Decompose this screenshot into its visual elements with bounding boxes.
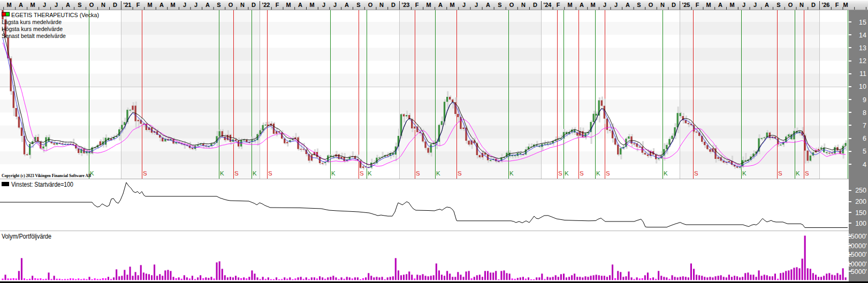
svg-text:13: 13	[859, 44, 866, 52]
svg-text:A: A	[205, 2, 210, 8]
svg-text:K: K	[220, 170, 224, 177]
svg-text:A: A	[298, 2, 302, 8]
svg-text:J: J	[183, 2, 186, 8]
svg-text:F: F	[835, 2, 839, 8]
svg-text:O: O	[368, 2, 373, 8]
svg-text:S: S	[458, 170, 462, 177]
svg-text:8: 8	[863, 109, 866, 117]
svg-text:150: 150	[855, 209, 866, 217]
svg-text:S: S	[776, 2, 780, 8]
svg-text:K: K	[368, 170, 372, 177]
svg-text:S: S	[498, 2, 501, 8]
svg-text:Högsta kurs medelvärde: Högsta kurs medelvärde	[2, 26, 63, 32]
svg-text:EGETIS THERAPEUTICS (Vecka): EGETIS THERAPEUTICS (Vecka)	[11, 12, 99, 18]
svg-text:25000': 25000'	[847, 233, 867, 240]
svg-text:M: M	[147, 2, 152, 8]
svg-text:'26: '26	[822, 2, 830, 8]
svg-text:M: M	[450, 2, 454, 8]
svg-text:Vinstest: Startvärde=100: Vinstest: Startvärde=100	[11, 181, 73, 188]
svg-text:A: A	[159, 2, 164, 8]
svg-text:Senast betalt medelvärde: Senast betalt medelvärde	[2, 33, 66, 39]
svg-text:S: S	[356, 2, 360, 8]
svg-text:'21: '21	[124, 2, 132, 8]
svg-text:N: N	[240, 2, 245, 8]
svg-text:100: 100	[855, 220, 866, 227]
svg-text:'22: '22	[262, 2, 270, 8]
svg-text:M: M	[170, 2, 175, 8]
svg-text:K: K	[436, 170, 440, 177]
svg-text:A: A	[580, 2, 584, 8]
svg-text:Volym/Portföljvärde: Volym/Portföljvärde	[2, 233, 51, 240]
svg-text:O: O	[509, 2, 514, 8]
svg-text:J: J	[753, 2, 757, 8]
svg-text:J: J	[603, 2, 606, 8]
svg-text:J: J	[43, 2, 46, 8]
svg-text:S: S	[217, 2, 220, 8]
svg-text:D: D	[252, 2, 256, 8]
svg-text:F: F	[276, 2, 279, 8]
svg-text:6: 6	[863, 135, 866, 142]
svg-text:D: D	[113, 2, 117, 8]
svg-text:M: M	[567, 2, 572, 8]
svg-text:K: K	[331, 170, 336, 177]
svg-text:14: 14	[859, 32, 866, 39]
svg-text:200: 200	[855, 198, 866, 205]
svg-text:N: N	[521, 2, 526, 8]
svg-text:S: S	[143, 170, 147, 177]
svg-text:M: M	[590, 2, 595, 8]
svg-text:K: K	[253, 170, 257, 177]
svg-text:M: M	[6, 2, 11, 8]
svg-text:5000': 5000'	[851, 268, 867, 276]
svg-text:M: M	[426, 2, 431, 8]
svg-text:F: F	[415, 2, 419, 8]
svg-text:S: S	[805, 170, 809, 177]
svg-text:K: K	[509, 170, 514, 177]
svg-text:'24: '24	[544, 2, 552, 8]
svg-text:'25: '25	[682, 2, 690, 8]
svg-text:K: K	[596, 170, 600, 177]
svg-text:O: O	[229, 2, 233, 8]
svg-text:4: 4	[863, 161, 866, 169]
svg-text:S: S	[606, 170, 610, 177]
svg-text:11: 11	[859, 70, 866, 78]
svg-text:D: D	[811, 2, 816, 8]
svg-text:A: A	[626, 2, 630, 8]
svg-text:J: J	[475, 2, 478, 8]
svg-text:M: M	[706, 2, 711, 8]
svg-text:15000': 15000'	[847, 251, 867, 258]
svg-text:D: D	[533, 2, 537, 8]
svg-text:K: K	[796, 170, 800, 177]
svg-text:Lägsta kurs medelvärde: Lägsta kurs medelvärde	[2, 19, 62, 25]
svg-text:A: A	[19, 2, 23, 8]
svg-text:O: O	[89, 2, 94, 8]
svg-text:15: 15	[859, 19, 866, 26]
svg-text:M: M	[729, 2, 734, 8]
svg-text:F: F	[136, 2, 140, 8]
svg-text:S: S	[637, 2, 641, 8]
svg-text:M: M	[30, 2, 35, 8]
svg-text:O: O	[649, 2, 653, 8]
svg-text:S: S	[78, 2, 81, 8]
svg-text:250: 250	[855, 187, 866, 194]
svg-text:K: K	[664, 170, 668, 177]
svg-text:A: A	[718, 2, 722, 8]
svg-text:J: J	[194, 2, 197, 8]
svg-text:M: M	[309, 2, 314, 8]
svg-text:J: J	[55, 2, 58, 8]
svg-text:F: F	[696, 2, 699, 8]
svg-text:A: A	[438, 2, 443, 8]
svg-text:12: 12	[859, 57, 866, 65]
svg-text:K: K	[565, 170, 569, 177]
svg-text:S: S	[580, 170, 584, 177]
svg-text:S: S	[416, 170, 420, 177]
svg-text:20000': 20000'	[847, 242, 867, 250]
svg-text:A: A	[345, 2, 349, 8]
svg-text:O: O	[788, 2, 793, 8]
svg-text:N: N	[379, 2, 384, 8]
svg-text:S: S	[694, 170, 698, 177]
svg-text:7: 7	[863, 122, 866, 129]
svg-text:10: 10	[859, 83, 866, 90]
svg-text:D: D	[672, 2, 676, 8]
svg-text:S: S	[268, 170, 272, 177]
svg-text:D: D	[391, 2, 395, 8]
